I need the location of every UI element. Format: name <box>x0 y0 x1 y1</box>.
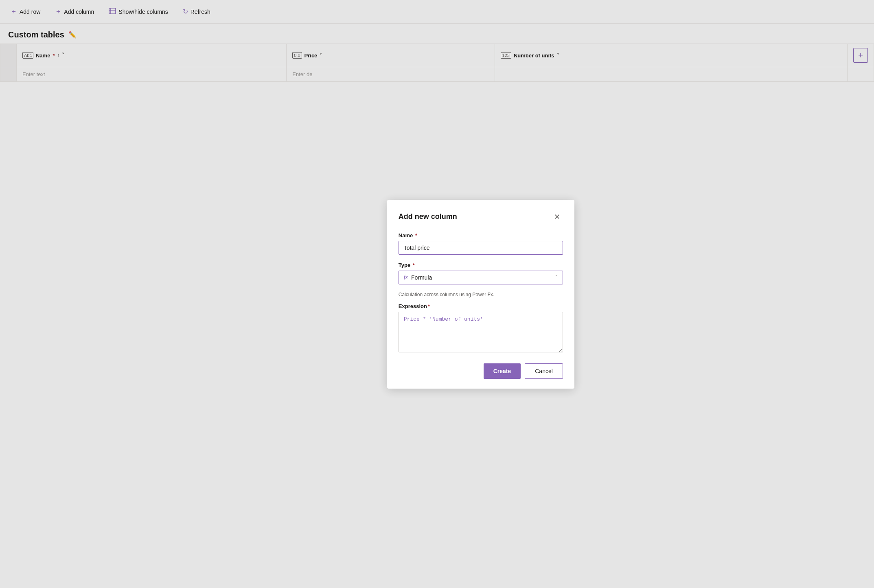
modal-overlay <box>0 0 874 82</box>
